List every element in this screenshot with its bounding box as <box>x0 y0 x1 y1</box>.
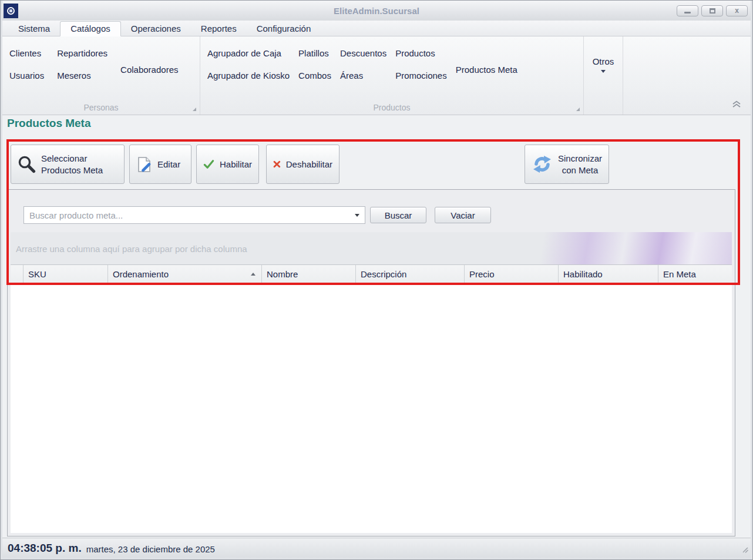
x-icon <box>273 159 281 170</box>
sync-icon <box>532 155 553 173</box>
check-icon <box>203 159 214 169</box>
ribbon-item-repartidores[interactable]: Repartidores <box>57 48 107 58</box>
ribbon-item-areas[interactable]: Áreas <box>340 71 386 81</box>
ribbon-group-personas: Clientes Usuarios Repartidores Meseros C… <box>2 36 200 115</box>
status-date: martes, 23 de diciembre de 2025 <box>86 542 215 554</box>
otros-label: Otros <box>593 56 614 66</box>
ribbon-item-promociones[interactable]: Promociones <box>395 71 447 81</box>
sync-button-line1: Sincronizar <box>558 153 602 165</box>
chevron-down-icon <box>601 70 606 73</box>
column-header-nombre[interactable]: Nombre <box>262 265 356 283</box>
page-title: Productos Meta <box>7 117 91 130</box>
app-icon[interactable] <box>4 4 18 18</box>
enable-button[interactable]: Habilitar <box>196 145 259 184</box>
ribbon: Clientes Usuarios Repartidores Meseros C… <box>2 36 751 115</box>
ribbon-group-otros: Otros <box>584 36 623 115</box>
select-button-line1: Seleccionar <box>41 153 103 165</box>
search-icon <box>18 155 36 173</box>
window-titlebar: EliteAdmin.Sucursal x <box>2 1 751 21</box>
group-by-bar[interactable]: Arrastre una columna aquí para agrupar p… <box>11 232 732 264</box>
close-icon: x <box>735 7 739 14</box>
status-bar: 04:38:05 p. m. martes, 23 de diciembre d… <box>2 538 751 558</box>
collapse-ribbon-icon[interactable] <box>732 99 741 110</box>
ribbon-group-label-personas: Personas <box>2 103 200 112</box>
tab-catalogos[interactable]: Catálogos <box>60 21 121 36</box>
enable-button-label: Habilitar <box>220 159 252 169</box>
edit-button[interactable]: Editar <box>129 145 191 184</box>
clear-button[interactable]: Vaciar <box>435 207 491 223</box>
ribbon-item-otros[interactable]: Otros <box>584 33 623 96</box>
column-header-precio[interactable]: Precio <box>465 265 559 283</box>
disable-button-label: Deshabilitar <box>286 159 332 169</box>
window-controls: x <box>677 5 751 16</box>
group-by-hint: Arrastre una columna aquí para agrupar p… <box>16 243 247 253</box>
search-button[interactable]: Buscar <box>370 207 426 223</box>
ribbon-item-platillos[interactable]: Platillos <box>298 48 331 58</box>
ribbon-item-productos[interactable]: Productos <box>395 48 447 58</box>
maximize-icon <box>710 8 715 14</box>
sync-button-line2: con Meta <box>558 165 602 176</box>
combo-dropdown-icon[interactable] <box>355 214 359 217</box>
ribbon-item-usuarios[interactable]: Usuarios <box>9 71 44 81</box>
maximize-button[interactable] <box>701 5 723 16</box>
page-productos-meta: Productos Meta Seleccionar Productos Met… <box>2 115 751 538</box>
column-header-ordenamiento[interactable]: Ordenamiento <box>108 265 262 283</box>
column-header-habilitado[interactable]: Habilitado <box>559 265 658 283</box>
tab-reportes[interactable]: Reportes <box>191 22 247 36</box>
ribbon-item-agrupador-kiosko[interactable]: Agrupador de Kiosko <box>207 71 290 81</box>
ribbon-item-descuentos[interactable]: Descuentos <box>340 48 386 58</box>
ribbon-item-combos[interactable]: Combos <box>298 71 331 81</box>
column-header-sku[interactable]: SKU <box>23 265 108 283</box>
column-header-descripcion[interactable]: Descripción <box>356 265 465 283</box>
column-header-label: Nombre <box>267 269 298 279</box>
column-header-label: En Meta <box>663 269 696 279</box>
status-time: 04:38:05 p. m. <box>8 542 82 555</box>
app-window: EliteAdmin.Sucursal x Sistema Catálogos … <box>0 0 753 560</box>
edit-button-label: Editar <box>157 159 180 169</box>
grid-header-row: SKU Ordenamiento Nombre Descripción Prec… <box>11 264 732 284</box>
ribbon-item-productos-meta[interactable]: Productos Meta <box>456 65 517 75</box>
grid-body-empty <box>11 284 732 533</box>
sort-ascending-icon <box>251 273 256 276</box>
column-header-label: Descripción <box>361 269 406 279</box>
ribbon-item-clientes[interactable]: Clientes <box>9 48 44 58</box>
ribbon-group-label-productos: Productos <box>200 103 583 112</box>
disable-button[interactable]: Deshabilitar <box>266 145 339 184</box>
ribbon-tab-row: Sistema Catálogos Operaciones Reportes C… <box>2 21 751 36</box>
minimize-button[interactable] <box>677 5 698 16</box>
resize-grip-icon[interactable] <box>741 545 749 556</box>
ribbon-spacer <box>623 36 751 115</box>
dialog-launcher-icon[interactable] <box>576 108 580 111</box>
ribbon-group-productos: Agrupador de Caja Agrupador de Kiosko Pl… <box>200 36 584 115</box>
close-button[interactable]: x <box>726 5 748 16</box>
row-indicator-header <box>11 265 23 283</box>
app-icon-ring <box>7 7 15 15</box>
grid-panel: Buscar Vaciar Arrastre una columna aquí … <box>7 189 735 536</box>
window-title: EliteAdmin.Sucursal <box>2 6 751 16</box>
column-header-label: Habilitado <box>563 269 603 279</box>
ribbon-item-colaboradores[interactable]: Colaboradores <box>120 65 178 75</box>
tab-operaciones[interactable]: Operaciones <box>121 22 191 36</box>
ribbon-item-meseros[interactable]: Meseros <box>57 71 107 81</box>
dialog-launcher-icon[interactable] <box>193 108 196 111</box>
edit-icon <box>136 156 152 173</box>
select-productos-meta-button[interactable]: Seleccionar Productos Meta <box>11 145 125 184</box>
sync-with-meta-button[interactable]: Sincronizar con Meta <box>525 145 609 184</box>
ribbon-item-agrupador-caja[interactable]: Agrupador de Caja <box>207 48 290 58</box>
minimize-icon <box>684 12 691 14</box>
search-input[interactable] <box>24 210 355 220</box>
column-header-label: Ordenamiento <box>113 269 169 279</box>
column-header-en-meta[interactable]: En Meta <box>658 265 732 283</box>
tab-sistema[interactable]: Sistema <box>8 22 60 36</box>
column-header-label: SKU <box>28 269 46 279</box>
app-icon-dot <box>9 9 12 12</box>
select-button-line2: Productos Meta <box>41 165 103 176</box>
column-header-label: Precio <box>469 269 495 279</box>
search-combobox <box>23 206 365 224</box>
tab-configuracion[interactable]: Configuración <box>247 22 321 36</box>
